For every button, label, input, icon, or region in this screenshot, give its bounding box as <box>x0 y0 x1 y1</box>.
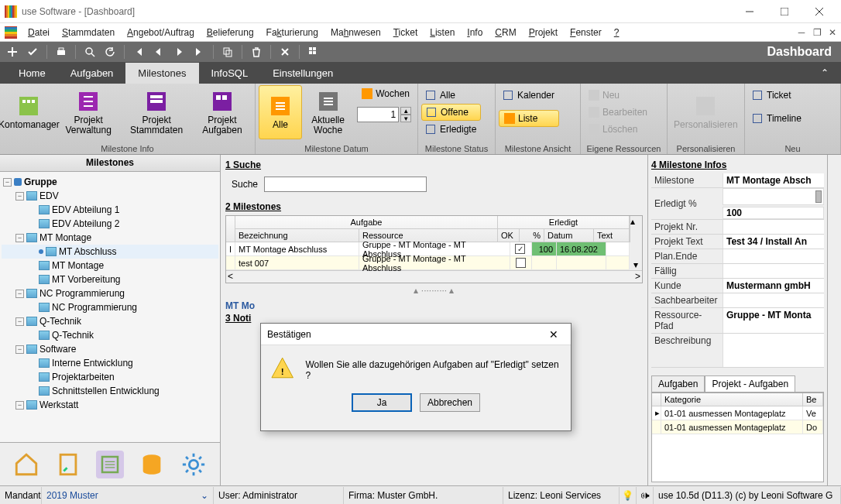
ja-button[interactable]: Ja <box>352 393 412 412</box>
tab-einstellungen[interactable]: Einstellungen <box>260 63 345 84</box>
scroll-up-icon[interactable]: ▴ <box>630 216 642 242</box>
res-neu-button[interactable]: Neu <box>584 87 652 104</box>
menu-help[interactable]: ? <box>609 26 624 39</box>
check-icon[interactable] <box>23 43 42 60</box>
menu-listen[interactable]: Listen <box>425 26 459 39</box>
new-icon[interactable] <box>3 43 22 60</box>
scroll-down-icon[interactable]: ▾ <box>630 256 642 270</box>
status-erledigte-button[interactable]: Erledigte <box>421 121 481 138</box>
personalisieren-button[interactable]: Personalisieren <box>671 85 741 139</box>
ok-checkbox[interactable] <box>516 258 526 268</box>
menu-fakturierung[interactable]: Fakturierung <box>262 26 323 39</box>
menu-angebot[interactable]: Angebot/Auftrag <box>122 26 199 39</box>
menu-datei[interactable]: Datei <box>23 26 54 39</box>
clipboard-icon[interactable] <box>54 451 82 478</box>
ansicht-liste-button[interactable]: Liste <box>499 110 559 127</box>
mdi-close-button[interactable]: ✕ <box>826 26 839 39</box>
tree-item-selected[interactable]: MT Abschluss <box>2 245 218 259</box>
expand-icon[interactable]: − <box>15 317 24 326</box>
projekt-stammdaten-button[interactable]: Projekt Stammdaten <box>122 85 191 139</box>
copy-icon[interactable] <box>218 43 237 60</box>
mandant-dropdown[interactable]: 2019 Muster⌄ <box>42 487 214 504</box>
right-scrollbar[interactable] <box>827 155 841 485</box>
dialog-close-button[interactable]: ✕ <box>543 326 565 343</box>
menu-mahnwesen[interactable]: Mahnwesen <box>326 26 386 39</box>
table-row[interactable]: test 007 Gruppe - MT Montage - MT Abschl… <box>226 256 642 270</box>
table-row[interactable]: 01-01 ausmessen MontageplatzDo <box>652 420 823 434</box>
ansicht-kalender-button[interactable]: Kalender <box>499 87 559 104</box>
ok-checkbox[interactable] <box>515 244 525 254</box>
neu-timeline-button[interactable]: Timeline <box>748 110 806 127</box>
tab-aufgaben[interactable]: Aufgaben <box>58 63 126 84</box>
expand-icon[interactable]: − <box>15 234 24 242</box>
first-icon[interactable] <box>129 43 148 60</box>
erledigt-slider[interactable] <box>723 188 824 205</box>
tab-milestones[interactable]: Milestones <box>125 63 198 84</box>
rtab-aufgaben[interactable]: Aufgaben <box>651 375 705 392</box>
rtab-projekt-aufgaben[interactable]: Projekt - Aufgaben <box>705 375 795 392</box>
main-area: Milestones −Gruppe −EDV EDV Abteilung 1 … <box>0 155 841 485</box>
menu-ticket[interactable]: Ticket <box>389 26 423 39</box>
menu-belieferung[interactable]: Belieferung <box>202 26 259 39</box>
cancel-icon[interactable] <box>276 43 294 60</box>
splitter-handle[interactable]: ▴ ·········· ▴ <box>225 285 643 296</box>
wochen-input[interactable] <box>357 107 399 122</box>
folder-icon <box>26 345 37 354</box>
menu-projekt[interactable]: Projekt <box>524 26 562 39</box>
home-icon[interactable] <box>12 451 40 478</box>
gear-icon[interactable] <box>180 451 208 478</box>
minimize-button[interactable] <box>732 0 767 23</box>
status-offene-button[interactable]: Offene <box>421 104 481 121</box>
list-icon[interactable] <box>96 451 124 478</box>
spin-up-icon[interactable]: ▲ <box>400 107 411 115</box>
next-icon[interactable] <box>170 43 188 60</box>
menu-info[interactable]: Info <box>462 26 487 39</box>
res-loeschen-button[interactable]: Löschen <box>584 121 652 138</box>
group-icon <box>14 178 22 186</box>
expand-icon[interactable]: − <box>15 345 24 354</box>
bottom-toolbar <box>0 442 220 485</box>
svg-point-3 <box>86 48 92 54</box>
expand-icon[interactable]: − <box>15 192 24 201</box>
menu-crm[interactable]: CRM <box>490 26 520 39</box>
ribbon-collapse-icon[interactable]: ⌃ <box>815 64 835 81</box>
expand-icon[interactable]: − <box>15 401 24 410</box>
database-icon[interactable] <box>138 451 166 478</box>
delete-icon[interactable] <box>247 43 266 60</box>
search-icon[interactable] <box>81 43 99 60</box>
audio-icon[interactable]: 🕪 <box>637 487 654 504</box>
menu-fenster[interactable]: Fenster <box>565 26 606 39</box>
status-alle-button[interactable]: Alle <box>421 87 481 104</box>
grid-icon[interactable] <box>304 43 323 60</box>
projekt-aufgaben-button[interactable]: Projekt Aufgaben <box>193 85 252 139</box>
expand-icon[interactable]: − <box>3 178 12 187</box>
mdi-restore-button[interactable]: ❐ <box>810 26 824 39</box>
tab-infosql[interactable]: InfoSQL <box>199 63 261 84</box>
spin-down-icon[interactable]: ▼ <box>400 115 411 122</box>
res-bearbeiten-button[interactable]: Bearbeiten <box>584 104 652 121</box>
tab-home[interactable]: Home <box>6 63 58 84</box>
expand-icon[interactable]: − <box>15 290 24 298</box>
bulb-icon[interactable]: 💡 <box>620 487 637 504</box>
svg-text:!: ! <box>281 366 284 376</box>
abbrechen-button[interactable]: Abbrechen <box>420 393 480 412</box>
aktuelle-woche-button[interactable]: Aktuelle Woche <box>304 85 352 139</box>
milestone-tree[interactable]: −Gruppe −EDV EDV Abteilung 1 EDV Abteilu… <box>0 172 220 442</box>
table-row[interactable]: ▸01-01 ausmessen MontageplatzVe <box>652 406 823 420</box>
confirm-dialog: Bestätigen✕ ! Wollen Sie alle dazugehöri… <box>260 323 572 431</box>
mdi-minimize-button[interactable]: ─ <box>795 26 808 39</box>
alle-button[interactable]: Alle <box>259 85 302 139</box>
menu-stammdaten[interactable]: Stammdaten <box>57 26 119 39</box>
last-icon[interactable] <box>190 43 208 60</box>
projekt-verwaltung-button[interactable]: Projekt Verwaltung <box>57 85 121 139</box>
print-icon[interactable] <box>52 43 70 60</box>
kontomanager-button[interactable]: Kontomanager <box>3 85 55 139</box>
prev-icon[interactable] <box>149 43 168 60</box>
suche-label: Suche <box>232 179 258 190</box>
milestones-grid[interactable]: Aufgabe BezeichnungRessource Erledigt OK… <box>225 215 643 283</box>
close-button[interactable] <box>802 0 836 23</box>
refresh-icon[interactable] <box>101 43 119 60</box>
neu-ticket-button[interactable]: Ticket <box>748 87 806 104</box>
search-input[interactable] <box>264 177 427 192</box>
maximize-button[interactable] <box>767 0 802 23</box>
